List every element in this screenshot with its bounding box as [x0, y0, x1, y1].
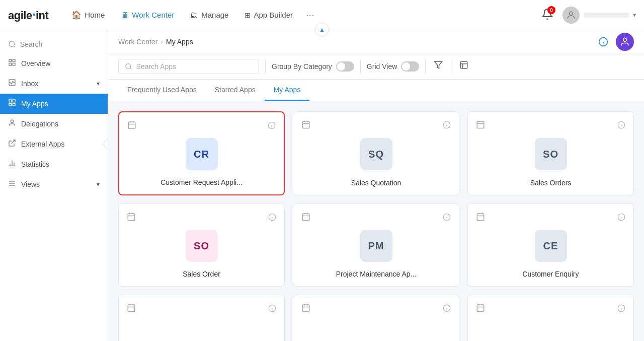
app-badge: SO	[535, 138, 567, 170]
sidebar-item-overview-label: Overview	[21, 59, 50, 67]
sidebar-search-label: Search	[20, 40, 42, 48]
calendar-icon	[476, 212, 485, 224]
statistics-icon	[8, 159, 16, 169]
sidebar-search[interactable]: Search	[0, 35, 108, 53]
breadcrumb-parent[interactable]: Work Center	[118, 38, 157, 46]
toolbar-divider-2	[360, 59, 361, 74]
notification-button[interactable]: 0	[538, 5, 556, 25]
app-card-header	[127, 212, 276, 224]
group-by-category-toggle-group: Group By Category	[272, 61, 354, 72]
main-layout: Search Overview Inbox ▾	[0, 30, 644, 341]
search-apps-input[interactable]	[136, 62, 253, 71]
svg-rect-69	[128, 305, 135, 312]
nav-home[interactable]: 🏠 Home	[64, 6, 112, 24]
nav-workcenter-label: Work Center	[132, 11, 174, 19]
app-card-app9[interactable]	[467, 295, 634, 341]
app-card-body: SO	[476, 138, 625, 171]
calendar-icon	[476, 303, 485, 315]
svg-rect-34	[302, 121, 309, 128]
svg-rect-26	[461, 61, 468, 69]
sidebar-collapse-button[interactable]: ‹	[104, 139, 108, 150]
app-info-icon[interactable]	[617, 121, 625, 131]
app-info-icon[interactable]	[617, 213, 625, 223]
svg-line-12	[12, 140, 15, 144]
sidebar-item-statistics[interactable]: Statistics	[0, 154, 108, 174]
app-info-icon[interactable]	[268, 213, 276, 223]
calendar-icon	[127, 212, 136, 224]
app-card-customer-enquiry[interactable]: CE Customer Enquiry	[467, 203, 634, 287]
app-badge: SQ	[360, 138, 392, 170]
notification-badge: 0	[547, 6, 555, 14]
nav-links: 🏠 Home 🖥 Work Center 🗂 Manage ⊞ App Buil…	[64, 5, 538, 25]
svg-rect-7	[9, 100, 12, 102]
sidebar-item-myapps-label: My Apps	[21, 100, 48, 108]
calendar-icon	[301, 212, 310, 224]
user-menu-chevron: ▾	[633, 12, 636, 19]
sidebar-item-delegations[interactable]: Delegations	[0, 114, 108, 134]
app-card-project-maintenance[interactable]: PM Project Maintenance Ap...	[293, 203, 459, 287]
search-apps-icon	[125, 62, 132, 71]
app-card-sales-quotation[interactable]: SQ Sales Quotation	[293, 111, 459, 195]
app-info-icon[interactable]	[443, 304, 451, 314]
sidebar: Search Overview Inbox ▾	[0, 30, 108, 341]
svg-point-1	[9, 41, 15, 47]
main-content: Work Center › My Apps	[108, 30, 644, 341]
app-card-app7[interactable]	[118, 295, 285, 341]
tab-frequently-used[interactable]: Frequently Used Apps	[118, 80, 206, 101]
svg-rect-76	[302, 305, 309, 312]
group-by-toggle[interactable]	[336, 61, 354, 72]
group-by-label: Group By Category	[272, 62, 332, 71]
externalapps-icon	[8, 139, 16, 149]
app-card-sales-order[interactable]: SO Sales Order	[118, 203, 285, 287]
nav-collapse-button[interactable]: ▲	[315, 23, 329, 37]
tab-starred[interactable]: Starred Apps	[206, 80, 265, 101]
sidebar-item-views[interactable]: Views ▾	[0, 174, 108, 194]
views-chevron-icon: ▾	[97, 181, 100, 188]
nav-manage-label: Manage	[201, 11, 228, 19]
svg-rect-2	[9, 59, 12, 62]
app-card-header	[476, 120, 625, 131]
app-info-icon[interactable]	[617, 304, 625, 314]
app-card-app8[interactable]	[293, 295, 459, 341]
breadcrumb-bar: Work Center › My Apps	[108, 30, 644, 53]
monitor-icon: 🖥	[121, 11, 129, 20]
app-grid: CR Customer Request Appli... SQ	[118, 111, 634, 341]
user-menu[interactable]: ▾	[562, 7, 636, 24]
delegations-icon	[8, 119, 16, 129]
app-info-icon[interactable]	[268, 304, 276, 314]
app-info-icon[interactable]	[268, 121, 276, 131]
tab-my-apps[interactable]: My Apps	[265, 80, 310, 101]
info-button[interactable]	[596, 34, 611, 49]
nav-more[interactable]: ···	[302, 5, 318, 25]
grid-view-toggle[interactable]	[401, 61, 419, 72]
filter-icon	[434, 60, 443, 70]
sidebar-item-externalapps[interactable]: External Apps ‹	[0, 134, 108, 154]
sidebar-item-overview[interactable]: Overview	[0, 53, 108, 74]
toolbar-divider-3	[425, 59, 426, 74]
nav-home-label: Home	[85, 11, 105, 19]
overview-icon	[8, 58, 16, 69]
svg-point-24	[126, 63, 131, 69]
grid-view-toggle-group: Grid View	[367, 61, 419, 72]
nav-appbuilder[interactable]: ⊞ App Builder	[237, 7, 300, 23]
sidebar-item-myapps[interactable]: My Apps	[0, 94, 108, 114]
layout-button[interactable]	[457, 58, 470, 74]
app-card-header	[476, 303, 625, 315]
grid-view-label: Grid View	[367, 62, 397, 71]
app-card-customer-request[interactable]: CR Customer Request Appli...	[118, 111, 285, 195]
svg-rect-3	[13, 59, 15, 62]
layout-icon	[459, 60, 468, 70]
nav-manage[interactable]: 🗂 Manage	[183, 7, 235, 24]
sidebar-item-inbox[interactable]: Inbox ▾	[0, 74, 108, 94]
logo[interactable]: agile·int	[8, 8, 48, 22]
filter-button[interactable]	[432, 58, 445, 74]
app-card-sales-orders[interactable]: SO Sales Orders	[467, 111, 634, 195]
breadcrumb-actions	[596, 33, 634, 51]
nav-workcenter[interactable]: 🖥 Work Center	[114, 7, 181, 24]
search-box[interactable]	[118, 59, 259, 74]
svg-point-23	[623, 38, 627, 41]
app-info-icon[interactable]	[443, 213, 451, 223]
app-card-header	[301, 120, 451, 131]
home-icon: 🏠	[71, 10, 82, 20]
app-info-icon[interactable]	[443, 121, 451, 131]
